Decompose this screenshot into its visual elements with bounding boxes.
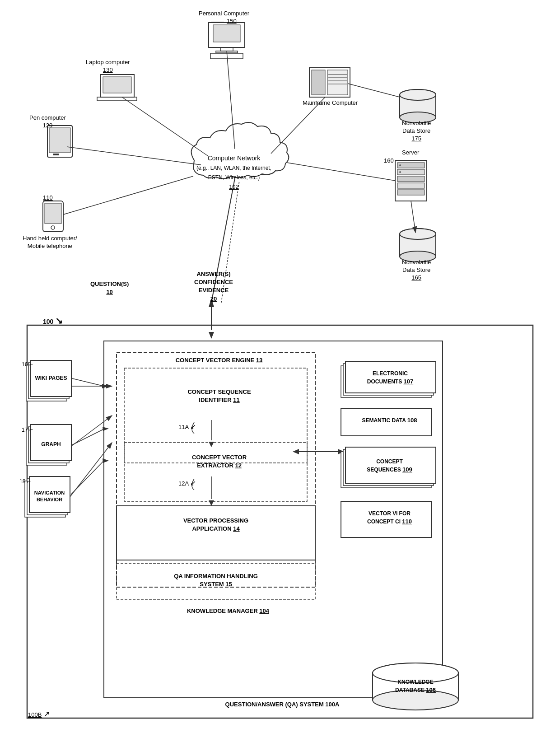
svg-line-91 <box>72 429 104 445</box>
11a-label: 11A ↙ <box>178 422 196 431</box>
questions-label: QUESTION(S) 10 <box>90 280 129 296</box>
svg-marker-49 <box>209 332 214 339</box>
qa-ihs-label: QA INFORMATION HANDLINGSYSTEM 15 <box>126 570 306 590</box>
svg-marker-92 <box>103 427 109 431</box>
svg-point-27 <box>399 164 401 166</box>
svg-rect-1 <box>213 25 240 42</box>
diagram-container: Personal Computer 150 Laptop computer 13… <box>0 0 560 747</box>
svg-line-93 <box>71 461 104 495</box>
svg-rect-21 <box>395 160 427 201</box>
svg-rect-23 <box>397 169 425 175</box>
nav-ref: 18 ⌐ <box>19 477 31 485</box>
svg-line-89 <box>72 378 104 386</box>
12a-label: 12A ↙ <box>178 479 196 487</box>
svg-rect-4 <box>210 53 243 59</box>
qa-system-label: QUESTION/ANSWER (QA) SYSTEM 100A <box>113 701 452 708</box>
svg-marker-56 <box>209 500 214 506</box>
svg-rect-30 <box>400 95 436 117</box>
svg-rect-9 <box>312 70 325 95</box>
laptop-label: Laptop computer 130 <box>86 59 130 74</box>
svg-line-51 <box>70 416 112 447</box>
wiki-pages-label: WIKI PAGES <box>31 373 71 384</box>
cve-extractor-label: CONCEPT VECTOREXTRACTOR 12 <box>135 452 304 472</box>
nav-behavior-label: NAVIGATION BEHAVIOR <box>28 488 71 505</box>
svg-rect-25 <box>397 183 425 188</box>
svg-line-37 <box>227 51 235 149</box>
svg-marker-54 <box>209 442 214 447</box>
wiki-ref: 16 ⌐ <box>22 360 33 368</box>
svg-rect-10 <box>327 70 348 95</box>
svg-point-36 <box>400 229 436 239</box>
mainframe-label: Mainframe Computer <box>303 99 358 107</box>
csi-label: CONCEPT SEQUENCEIDENTIFIER 11 <box>135 386 304 406</box>
answers-label: ANSWER(S)CONFIDENCEEVIDENCE 20 <box>194 270 233 303</box>
svg-point-32 <box>400 89 436 100</box>
svg-rect-24 <box>397 176 425 182</box>
cve-label: CONCEPT VECTOR ENGINE 13 <box>129 355 309 366</box>
svg-line-41 <box>63 176 193 215</box>
vector-vi-label: VECTOR Vi FORCONCEPT Ci 110 <box>348 508 431 528</box>
svg-rect-19 <box>45 203 61 224</box>
svg-rect-34 <box>400 234 436 257</box>
svg-line-40 <box>67 147 201 165</box>
svg-line-43 <box>348 84 400 97</box>
pen-computer-label: Pen computer 120 <box>29 114 66 130</box>
svg-rect-6 <box>103 77 131 93</box>
elec-docs-label: ELECTRONICDOCUMENTS 107 <box>348 368 433 388</box>
nonvolatile-top-label: NonvolatileData Store 175 <box>402 120 431 143</box>
semantic-data-label: SEMANTIC DATA 108 <box>348 415 431 426</box>
svg-marker-58 <box>338 449 344 454</box>
network-label: Computer Network (e.g., LAN, WLAN, the I… <box>189 154 279 191</box>
svg-line-38 <box>122 97 208 156</box>
svg-rect-2 <box>220 47 233 51</box>
svg-line-42 <box>287 163 395 181</box>
svg-rect-64 <box>124 368 307 463</box>
svg-point-33 <box>400 229 436 239</box>
svg-line-52 <box>70 443 112 497</box>
nonvolatile-bottom-label: NonvolatileData Store 165 <box>402 259 431 282</box>
svg-line-44 <box>411 201 415 233</box>
graph-ref: 17 ⌐ <box>22 426 33 433</box>
personal-computer-label: Personal Computer 150 <box>199 10 249 25</box>
svg-marker-94 <box>103 458 109 463</box>
handheld-ref-label: 110 <box>43 194 53 201</box>
server-label: Server <box>402 149 419 157</box>
svg-rect-18 <box>43 201 63 232</box>
km-label: KNOWLEDGE MANAGER 104 <box>131 607 325 614</box>
server-ref: 160 — <box>384 157 401 164</box>
svg-marker-90 <box>102 384 108 388</box>
svg-rect-16 <box>49 128 70 153</box>
svg-rect-26 <box>397 190 425 195</box>
knowledge-db-label: KNOWLEDGEDATABASE 106 <box>384 677 447 696</box>
vp-app-label: VECTOR PROCESSINGAPPLICATION 14 <box>126 515 306 535</box>
svg-rect-5 <box>100 75 134 97</box>
diagram-svg <box>0 0 560 747</box>
svg-rect-22 <box>397 163 425 168</box>
svg-point-28 <box>399 171 401 173</box>
svg-rect-0 <box>209 23 245 47</box>
svg-point-20 <box>51 226 55 229</box>
system-100-ref: 100 ↘ <box>43 315 63 326</box>
svg-rect-7 <box>97 97 137 101</box>
100b-label: 100B ↗ <box>28 709 50 719</box>
svg-rect-8 <box>309 68 350 97</box>
concept-seq-label: CONCEPTSEQUENCES 109 <box>348 456 431 476</box>
svg-rect-15 <box>47 126 72 157</box>
handheld-label: Hand held computer/Mobile telephone <box>23 235 77 250</box>
svg-point-29 <box>400 89 436 100</box>
svg-rect-3 <box>216 51 238 53</box>
svg-rect-17 <box>53 154 59 155</box>
graph-label: GRAPH <box>31 439 71 450</box>
